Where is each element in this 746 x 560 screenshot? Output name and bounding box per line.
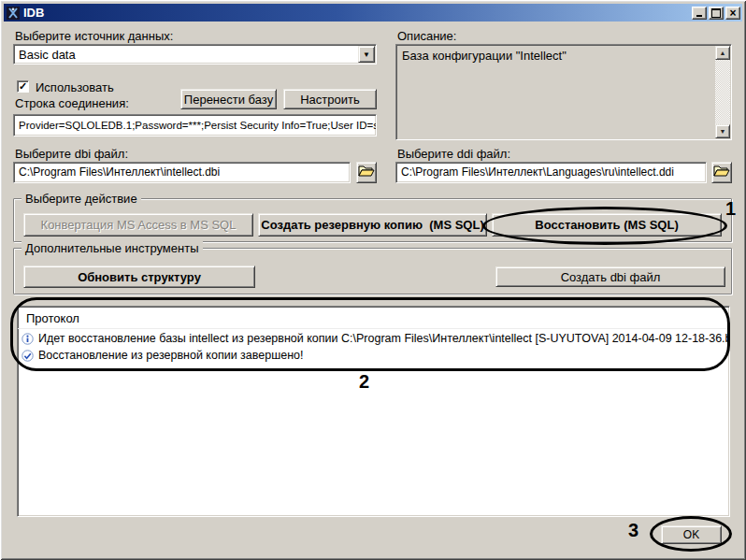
connection-string-field[interactable]: Provider=SQLOLEDB.1;Password=***;Persist… bbox=[13, 114, 377, 136]
data-source-value: Basic data bbox=[14, 45, 376, 62]
minimize-icon bbox=[696, 15, 702, 17]
app-icon bbox=[7, 7, 20, 20]
log-entry: Идет восстановление базы intellect из ре… bbox=[18, 329, 729, 346]
actions-group-title: Выберите действие bbox=[22, 192, 141, 206]
annotation-number-1: 1 bbox=[725, 198, 736, 220]
check-icon: ✓ bbox=[19, 81, 27, 92]
dbi-file-label: Выберите dbi файл: bbox=[15, 147, 128, 161]
transfer-db-button[interactable]: Перенести базу bbox=[180, 89, 277, 109]
protocol-list: Протокол Идет восстановление базы intell… bbox=[17, 306, 730, 517]
log-entry-text: Идет восстановление базы intellect из ре… bbox=[38, 332, 729, 345]
connection-string-value: Provider=SQLOLEDB.1;Password=***;Persist… bbox=[14, 115, 376, 131]
data-source-label: Выберите источник данных: bbox=[15, 29, 173, 43]
titlebar[interactable]: IDB × bbox=[4, 4, 742, 22]
dbi-browse-button[interactable] bbox=[356, 162, 377, 183]
connection-string-label: Строка соединения: bbox=[15, 96, 129, 110]
ddi-browse-button[interactable] bbox=[711, 162, 732, 183]
create-dbi-button[interactable]: Создать dbi файл bbox=[495, 266, 725, 287]
scroll-down-button[interactable]: ▼ bbox=[715, 124, 730, 138]
ddi-file-label: Выберите ddi файл: bbox=[397, 147, 510, 161]
restore-button[interactable]: Восстановить (MS SQL) bbox=[492, 213, 722, 237]
scroll-up-button[interactable]: ▲ bbox=[715, 46, 730, 60]
description-label: Описание: bbox=[397, 29, 456, 43]
info-icon bbox=[22, 333, 34, 345]
description-scrollbar[interactable]: ▲ ▼ bbox=[715, 46, 730, 138]
chevron-down-icon: ▼ bbox=[363, 50, 370, 59]
protocol-header: Протокол bbox=[18, 307, 729, 329]
close-icon: × bbox=[729, 8, 736, 18]
close-button[interactable]: × bbox=[725, 7, 740, 20]
scroll-up-icon: ▲ bbox=[720, 50, 726, 56]
ddi-file-field[interactable]: C:\Program Files\Интеллект\Languages\ru\… bbox=[395, 162, 707, 183]
window-title: IDB bbox=[23, 6, 44, 20]
dbi-file-value: C:\Program Files\Интеллект\intellect.dbi bbox=[14, 163, 350, 179]
minimize-button[interactable] bbox=[692, 7, 707, 20]
ddi-file-value: C:\Program Files\Интеллект\Languages\ru\… bbox=[396, 163, 706, 179]
description-box[interactable]: База конфигурации "Intellect" ▲ ▼ bbox=[395, 44, 732, 140]
open-folder-icon bbox=[713, 165, 730, 180]
backup-button[interactable]: Создать резервную копию (MS SQL) bbox=[258, 213, 487, 237]
ok-button[interactable]: OK bbox=[661, 525, 722, 544]
convert-button[interactable]: Конвертация MS Access в MS SQL bbox=[23, 213, 253, 237]
update-structure-button[interactable]: Обновить структуру bbox=[23, 266, 255, 288]
annotation-number-3: 3 bbox=[628, 520, 638, 541]
dbi-file-field[interactable]: C:\Program Files\Интеллект\intellect.dbi bbox=[13, 162, 351, 183]
titlebar-buttons: × bbox=[692, 7, 740, 20]
scroll-down-icon: ▼ bbox=[720, 128, 726, 135]
log-entry: Восстановление из резервной копии заверш… bbox=[18, 346, 729, 363]
tools-group-title: Дополнительные инструменты bbox=[22, 241, 203, 255]
use-checkbox-label: Использовать bbox=[36, 80, 114, 94]
configure-button[interactable]: Настроить bbox=[283, 89, 377, 109]
annotation-number-2: 2 bbox=[359, 371, 369, 393]
idb-window: IDB × Выберите источник данных: Basic da… bbox=[0, 0, 746, 560]
check-icon bbox=[22, 350, 34, 362]
combo-dropdown-button[interactable]: ▼ bbox=[358, 46, 375, 63]
open-folder-icon bbox=[358, 165, 375, 180]
log-entry-text: Восстановление из резервной копии заверш… bbox=[38, 349, 304, 362]
maximize-icon bbox=[711, 8, 721, 18]
description-text: База конфигурации "Intellect" bbox=[396, 45, 731, 63]
data-source-combobox[interactable]: Basic data ▼ bbox=[13, 44, 377, 65]
maximize-button[interactable] bbox=[709, 7, 724, 20]
use-checkbox[interactable]: ✓ bbox=[17, 80, 29, 93]
